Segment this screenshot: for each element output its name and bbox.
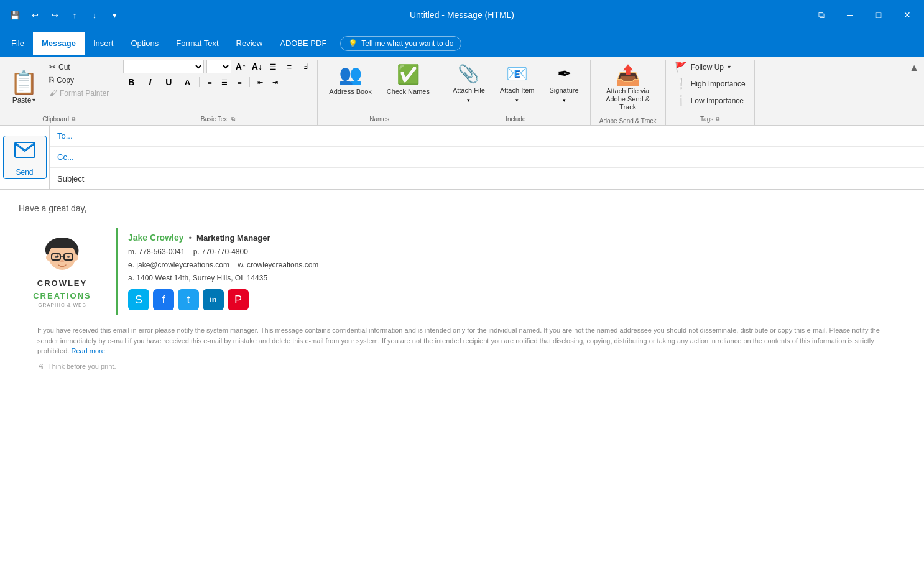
cc-input[interactable]	[99, 150, 924, 164]
paste-button[interactable]: 📋 Paste ▾	[5, 60, 43, 114]
window-controls: ⧉ ─ □ ✕	[812, 6, 917, 24]
tags-group-label: Tags ⧉	[671, 114, 749, 125]
align-center-button[interactable]: ☰	[218, 76, 231, 88]
down-icon[interactable]: ↓	[87, 7, 102, 22]
greeting-text: Have a great day,	[19, 202, 905, 215]
tell-me-input[interactable]: 💡 Tell me what you want to do	[340, 36, 461, 51]
attach-item-dropdown[interactable]: ▾	[515, 97, 519, 103]
adobe-attach-button[interactable]: 📤 Attach File via Adobe Send & Track	[596, 60, 660, 116]
logo-face-svg: +	[37, 234, 87, 277]
read-more-link[interactable]: Read more	[71, 347, 104, 354]
svg-point-11	[67, 256, 70, 258]
increase-indent-button[interactable]: ⇥	[269, 76, 281, 88]
font-family-selector[interactable]	[123, 60, 204, 73]
list-bullet-button[interactable]: ☰	[266, 60, 280, 73]
pinterest-icon[interactable]: P	[228, 289, 249, 310]
customize-icon[interactable]: ▾	[107, 7, 122, 22]
tags-expand-icon[interactable]: ⧉	[716, 116, 719, 123]
up-icon[interactable]: ↑	[67, 7, 82, 22]
clipboard-small-buttons: ✂ Cut ⎘ Copy 🖌 Format Painter	[45, 60, 113, 114]
send-button[interactable]: Send	[3, 136, 47, 179]
menu-message[interactable]: Message	[33, 32, 85, 55]
adobe-content: 📤 Attach File via Adobe Send & Track	[596, 60, 660, 116]
cut-button[interactable]: ✂ Cut	[45, 61, 113, 73]
logo-container: + CROWLEY	[33, 234, 91, 309]
attach-item-button[interactable]: 📧 Attach Item ▾	[494, 60, 541, 107]
basic-text-group-label: Basic Text ⧉	[123, 114, 312, 125]
clipboard-group-label: Clipboard ⧉	[5, 114, 113, 125]
separator2	[249, 77, 250, 87]
high-importance-button[interactable]: ❕ High Importance	[671, 76, 749, 91]
tags-buttons: 🚩 Follow Up ▾ ❕ High Importance ❕ Low Im…	[671, 60, 749, 108]
format-painter-icon: 🖌	[49, 88, 57, 98]
align-left-button[interactable]: ≡	[203, 76, 216, 88]
ribbon-collapse-button[interactable]: ▲	[904, 60, 924, 125]
menu-options[interactable]: Options	[122, 32, 167, 55]
clipboard-expand-icon[interactable]: ⧉	[72, 116, 75, 123]
cc-label[interactable]: Cc...	[50, 152, 99, 162]
twitter-icon[interactable]: t	[178, 289, 199, 310]
adobe-icon: 📤	[616, 63, 640, 87]
undo-icon[interactable]: ↩	[27, 7, 42, 22]
increase-font-button[interactable]: A↑	[234, 60, 247, 73]
menu-file[interactable]: File	[2, 32, 33, 55]
subject-input[interactable]	[99, 172, 924, 186]
attach-file-button[interactable]: 📎 Attach File ▾	[446, 60, 491, 107]
ribbon-group-include: 📎 Attach File ▾ 📧 Attach Item ▾ ✒ Signat…	[441, 60, 591, 125]
copy-button[interactable]: ⎘ Copy	[45, 74, 113, 86]
menu-bar: File Message Insert Options Format Text …	[0, 30, 924, 57]
signature-dropdown[interactable]: ▾	[563, 97, 566, 103]
to-label[interactable]: To...	[50, 131, 99, 141]
list-number-button[interactable]: ≡	[282, 60, 296, 73]
align-right-button[interactable]: ≡	[233, 76, 246, 88]
to-input[interactable]	[99, 129, 924, 143]
svg-point-12	[60, 260, 64, 262]
check-names-icon: ✅	[397, 63, 420, 85]
signature-button[interactable]: ✒ Signature ▾	[543, 60, 585, 107]
disclaimer-text: If you have received this email in error…	[19, 315, 905, 356]
svg-line-2	[25, 142, 35, 150]
font-size-selector[interactable]	[206, 60, 231, 73]
ribbon-group-names: 👥 Address Book ✅ Check Names Names	[318, 60, 441, 125]
follow-up-dropdown[interactable]: ▾	[728, 63, 731, 70]
linkedin-icon[interactable]: in	[203, 289, 224, 310]
separator	[199, 77, 200, 87]
title-bar: 💾 ↩ ↪ ↑ ↓ ▾ Untitled - Message (HTML) ⧉ …	[0, 0, 924, 30]
menu-adobe-pdf[interactable]: ADOBE PDF	[271, 32, 335, 55]
font-color-button[interactable]: A	[179, 75, 195, 90]
menu-insert[interactable]: Insert	[85, 32, 122, 55]
address-book-icon: 👥	[339, 63, 362, 85]
underline-button[interactable]: U	[160, 75, 177, 90]
skype-icon[interactable]: S	[128, 289, 149, 310]
address-book-button[interactable]: 👥 Address Book	[323, 60, 377, 100]
basic-text-expand-icon[interactable]: ⧉	[231, 116, 235, 123]
clear-format-button[interactable]: Ⅎ	[298, 60, 312, 73]
ribbon: 📋 Paste ▾ ✂ Cut ⎘ Copy 🖌 Format Painter	[0, 57, 924, 126]
redo-icon[interactable]: ↪	[47, 7, 62, 22]
attach-file-dropdown[interactable]: ▾	[467, 97, 470, 103]
menu-format-text[interactable]: Format Text	[167, 32, 227, 55]
follow-up-flag-icon: 🚩	[675, 61, 687, 73]
low-importance-button[interactable]: ❕ Low Importance	[671, 93, 749, 108]
bold-button[interactable]: B	[123, 75, 139, 90]
italic-button[interactable]: I	[142, 75, 158, 90]
names-content: 👥 Address Book ✅ Check Names	[323, 60, 436, 114]
maximize-button[interactable]: □	[869, 6, 888, 24]
attach-file-icon: 📎	[458, 63, 479, 84]
save-icon[interactable]: 💾	[7, 7, 22, 22]
menu-review[interactable]: Review	[228, 32, 272, 55]
restore-button[interactable]: ⧉	[812, 6, 831, 24]
check-names-button[interactable]: ✅ Check Names	[381, 60, 436, 100]
signature-divider	[116, 228, 118, 315]
close-button[interactable]: ✕	[898, 6, 917, 24]
email-signature: + CROWLEY	[19, 228, 905, 315]
decrease-font-button[interactable]: A↓	[250, 60, 264, 73]
email-body[interactable]: Have a great day,	[0, 190, 924, 394]
follow-up-button[interactable]: 🚩 Follow Up ▾	[671, 60, 749, 74]
minimize-button[interactable]: ─	[841, 6, 859, 24]
format-painter-button[interactable]: 🖌 Format Painter	[45, 87, 113, 99]
facebook-icon[interactable]: f	[153, 289, 174, 310]
decrease-indent-button[interactable]: ⇤	[254, 76, 266, 88]
logo-tagline: GRAPHIC & WEB	[38, 302, 86, 309]
ribbon-group-adobe: 📤 Attach File via Adobe Send & Track Ado…	[591, 60, 666, 125]
